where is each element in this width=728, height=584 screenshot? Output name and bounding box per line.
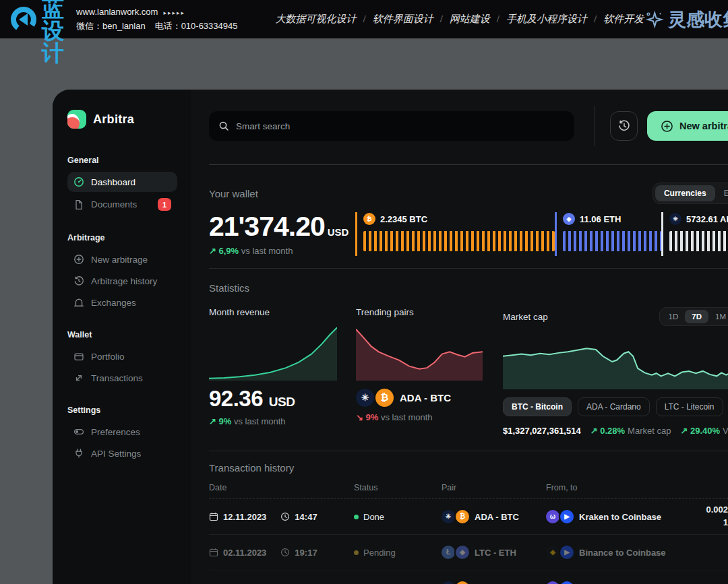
- sidebar-item-documents[interactable]: Documents 1: [67, 193, 177, 216]
- chip-ltc-litecoin[interactable]: LTC - Litecoin: [656, 397, 723, 416]
- transaction-pair: Ł◆LTC - ETH: [442, 546, 546, 559]
- toolbar: New arbitrage: [209, 106, 728, 146]
- month-revenue-chart: [209, 325, 337, 381]
- btc-coin-icon: ₿: [375, 389, 394, 407]
- inspiration-brand[interactable]: 灵感收集: [644, 7, 728, 32]
- calendar-icon: [209, 548, 218, 557]
- sidebar-item-preferences[interactable]: Preferences: [67, 422, 177, 442]
- service-item[interactable]: 手机及小程序设计: [506, 13, 587, 24]
- trending-pairs-chart: [356, 325, 483, 381]
- nav-section-settings: Settings Preferences API Settings: [67, 405, 177, 463]
- transaction-route: ω▶Kraken to Coinbase: [546, 581, 677, 584]
- lanlan-logo[interactable]: 蓝蓝设计: [9, 0, 65, 64]
- transaction-amount: 0.0021: [677, 504, 728, 529]
- new-arbitrage-label: New arbitrage: [679, 121, 728, 131]
- wallet-summary: 21'374.20USD ↗ 6,9% vs last month ₿2.234…: [209, 212, 728, 256]
- sidebar-item-label: Dashboard: [91, 177, 135, 187]
- new-arbitrage-button[interactable]: New arbitrage: [647, 111, 728, 141]
- divider: [209, 164, 728, 165]
- sidebar-item-portfolio[interactable]: Portfolio: [67, 346, 177, 366]
- sidebar-item-arbitrage-history[interactable]: Arbitrage history: [67, 271, 177, 291]
- wallet-view-tabs: CurrenciesExchanges: [653, 183, 728, 204]
- wallet-tab-currencies[interactable]: Currencies: [655, 185, 715, 201]
- sidebar-item-exchanges[interactable]: Exchanges: [67, 292, 177, 313]
- transaction-amount: 0.0000: [677, 582, 728, 584]
- service-separator: /: [594, 13, 597, 24]
- arbitra-logo-icon: [67, 110, 86, 129]
- market-cap-card: Market cap 1D7D1M BTC - BitcoinADA - Car…: [503, 307, 728, 436]
- trending-pairs-card: Trending pairs ✳₿ADA - BTC ↘ 9% vs last …: [356, 307, 483, 436]
- chip-ada-cardano[interactable]: ADA - Cardano: [578, 397, 650, 416]
- transaction-row[interactable]: 02.11.2023 19:17 Pending Ł◆LTC - ETH ◆▶B…: [209, 535, 728, 571]
- service-item[interactable]: 大数据可视化设计: [275, 13, 356, 24]
- kraken-coin-icon: ω: [546, 510, 559, 523]
- dashboard-icon: [73, 176, 84, 187]
- service-item[interactable]: 软件界面设计: [373, 13, 433, 24]
- sidebar-item-label: Documents: [91, 199, 137, 209]
- nav-section-label: Arbitrage: [67, 233, 177, 242]
- holding-btc-bars: [363, 231, 555, 251]
- divider: [209, 451, 728, 451]
- wallet-title: Your wallet: [209, 188, 258, 199]
- ltc-coin-icon: Ł: [442, 546, 455, 559]
- binance-coin-icon: ◆: [546, 546, 559, 559]
- transactions-rows: 12.11.2023 14:47 Done ✳₿ADA - BTC ω▶Krak…: [209, 499, 728, 584]
- sidebar-item-api-settings[interactable]: API Settings: [67, 443, 177, 463]
- sidebar-item-transactions[interactable]: Transactions: [67, 368, 177, 388]
- month-revenue-card: Month revenue 92.36 USD ↗ 9% vs last mon…: [209, 307, 337, 436]
- trending-pair[interactable]: ✳₿ADA - BTC: [356, 387, 483, 408]
- coinbase-coin-icon: ▶: [560, 510, 574, 523]
- transfer-icon: [73, 372, 84, 383]
- status-dot: [354, 550, 359, 555]
- nav-section-label: Settings: [67, 405, 177, 415]
- range-tab-7d[interactable]: 7D: [685, 310, 708, 323]
- arch-icon: [73, 297, 84, 308]
- trending-pair-label: ADA - BTC: [400, 392, 451, 403]
- eth-coin-icon: ◆: [563, 213, 575, 225]
- sidebar-nav: General Dashboard Documents 1 Arbitrage …: [67, 156, 177, 463]
- top-banner: 蓝蓝设计 www.lanlanwork.com▸▸▸▸▸ 微信：ben_lanl…: [0, 0, 728, 38]
- sidebar-item-new-arbitrage[interactable]: New arbitrage: [67, 249, 177, 269]
- nav-section-general: General Dashboard Documents 1: [67, 156, 177, 216]
- service-item[interactable]: 网站建设: [450, 13, 490, 24]
- divider: [209, 268, 728, 269]
- sidebar-item-dashboard[interactable]: Dashboard: [67, 172, 177, 192]
- wallet-balance: 21'374.20USD: [209, 212, 355, 241]
- coinbase-coin-icon: ▶: [560, 581, 574, 584]
- month-revenue-title: Month revenue: [209, 307, 337, 317]
- arbitra-logo[interactable]: Arbitra: [67, 110, 177, 129]
- range-tab-1d[interactable]: 1D: [662, 310, 686, 323]
- history-button[interactable]: [610, 111, 638, 141]
- site-url[interactable]: www.lanlanwork.com: [76, 7, 158, 17]
- phone-info: 电话：010-63334945: [155, 21, 238, 31]
- sidebar-item-label: New arbitrage: [91, 255, 148, 265]
- nav-section-wallet: Wallet Portfolio Transactions: [67, 330, 177, 388]
- wechat-info: 微信：ben_lanlan: [76, 21, 146, 31]
- status-dot: [354, 515, 359, 519]
- range-tab-1m[interactable]: 1M: [708, 310, 728, 323]
- market-cap-value: $1,327,027,361,514: [503, 426, 581, 436]
- coin-chips: BTC - BitcoinADA - CardanoLTC - Litecoin…: [503, 397, 728, 416]
- holding-ada-amount: ✳5732.61 ADA: [669, 212, 728, 226]
- sidebar-item-label: Arbitrage history: [91, 276, 157, 286]
- chip-btc-bitcoin[interactable]: BTC - Bitcoin: [503, 397, 572, 416]
- service-separator: /: [440, 13, 443, 24]
- btc-coin-icon: ₿: [456, 581, 469, 584]
- column-header-from-to: From, to: [546, 483, 677, 492]
- nav-section-label: Wallet: [67, 330, 177, 339]
- ada-coin-icon: ✳: [356, 389, 374, 407]
- search-input[interactable]: [209, 111, 574, 141]
- column-header-status: Status: [354, 483, 442, 492]
- transaction-row[interactable]: 29.10.2023 04:23 Done ✳₿ADA - BTC ω▶Krak…: [209, 571, 728, 584]
- history-icon: [73, 275, 84, 286]
- arbitra-dashboard: Arbitra General Dashboard Documents 1 Ar…: [53, 90, 728, 584]
- transaction-route: ω▶Kraken to Coinbase: [546, 510, 677, 523]
- wallet-tab-exchanges[interactable]: Exchanges: [715, 185, 728, 201]
- month-revenue-value: 92.36 USD: [209, 386, 337, 412]
- inspiration-title: 灵感收集: [668, 7, 728, 32]
- service-item[interactable]: 软件开发: [603, 13, 644, 24]
- sidebar-item-label: Preferences: [91, 427, 140, 437]
- holding-eth-amount: ◆11.06 ETH: [563, 212, 661, 226]
- transaction-row[interactable]: 12.11.2023 14:47 Done ✳₿ADA - BTC ω▶Krak…: [209, 499, 728, 535]
- holding-btc-amount: ₿2.2345 BTC: [363, 212, 555, 226]
